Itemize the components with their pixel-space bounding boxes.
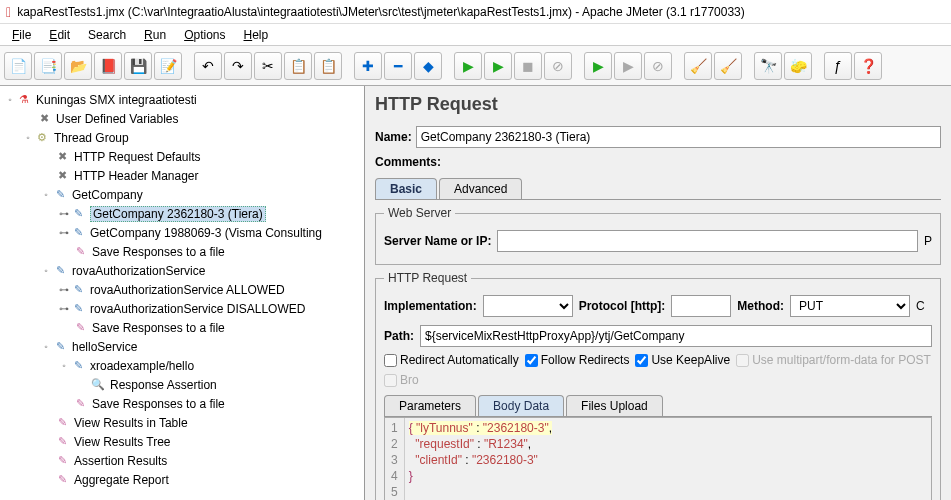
table-icon: ✎ <box>54 415 70 431</box>
gutter: 1 2 3 4 5 <box>385 418 405 500</box>
title-bar: 𓆃 kapaRestTests1.jmx (C:\var\Integraatio… <box>0 0 951 24</box>
templates-button[interactable]: 📑 <box>34 52 62 80</box>
pencil-icon: ✎ <box>70 225 86 241</box>
panel-heading: HTTP Request <box>375 94 941 115</box>
tree-aggregate-report[interactable]: ✎Aggregate Report <box>2 470 362 489</box>
tree-assertion-results[interactable]: ✎Assertion Results <box>2 451 362 470</box>
search-toolbar-button[interactable]: 🔭 <box>754 52 782 80</box>
expand-button[interactable]: ✚ <box>354 52 382 80</box>
pencil-icon: ✎ <box>70 358 86 374</box>
stop-button[interactable]: ◼ <box>514 52 542 80</box>
multipart-check[interactable]: Use multipart/form-data for POST <box>736 353 931 367</box>
clear-all-button[interactable]: 🧹 <box>714 52 742 80</box>
save-icon: ✎ <box>72 320 88 336</box>
tree-threadgroup[interactable]: ◦⚙Thread Group <box>2 128 362 147</box>
tree-response-assertion[interactable]: 🔍Response Assertion <box>2 375 362 394</box>
tree-rova[interactable]: ◦✎rovaAuthorizationService <box>2 261 362 280</box>
webserver-legend: Web Server <box>384 206 455 220</box>
tree-pane[interactable]: ◦⚗Kuningas SMX integraatiotesti ✖User De… <box>0 86 365 500</box>
content-area: ◦⚗Kuningas SMX integraatiotesti ✖User De… <box>0 86 951 500</box>
path-input[interactable] <box>420 325 932 347</box>
fn-helper-button[interactable]: ƒ <box>824 52 852 80</box>
gear-icon: ⚙ <box>34 130 50 146</box>
menu-search[interactable]: Search <box>82 26 132 44</box>
saveas-button[interactable]: 📝 <box>154 52 182 80</box>
body-editor[interactable]: 1 2 3 4 5 { "lyTunnus" : "2362180-3", "r… <box>384 417 932 500</box>
implementation-select[interactable] <box>483 295 573 317</box>
httprequest-group: HTTP Request Implementation: Protocol [h… <box>375 271 941 500</box>
remote-stop-button[interactable]: ▶ <box>614 52 642 80</box>
copy-button[interactable]: 📋 <box>284 52 312 80</box>
server-name-input[interactable] <box>497 230 918 252</box>
tab-filesupload[interactable]: Files Upload <box>566 395 663 416</box>
redo-button[interactable]: ↷ <box>224 52 252 80</box>
pencil-icon: ✎ <box>52 187 68 203</box>
flask-icon: ⚗ <box>16 92 32 108</box>
window-title: kapaRestTests1.jmx (C:\var\IntegraatioAl… <box>17 5 745 19</box>
browser-compat-check[interactable]: Bro <box>384 373 419 387</box>
tree-root[interactable]: ◦⚗Kuningas SMX integraatiotesti <box>2 90 362 109</box>
pencil-icon: ✎ <box>70 282 86 298</box>
paste-button[interactable]: 📋 <box>314 52 342 80</box>
protocol-input[interactable] <box>671 295 731 317</box>
tree-xroad-hello[interactable]: ◦✎xroadexample/hello <box>2 356 362 375</box>
new-button[interactable]: 📄 <box>4 52 32 80</box>
menu-options[interactable]: Options <box>178 26 231 44</box>
tab-basic[interactable]: Basic <box>375 178 437 199</box>
wrench-icon: ✖ <box>54 149 70 165</box>
menu-run[interactable]: Run <box>138 26 172 44</box>
tree-save-resp-3[interactable]: ✎Save Responses to a file <box>2 394 362 413</box>
tree-header-manager[interactable]: ✖HTTP Header Manager <box>2 166 362 185</box>
tree-getcompany[interactable]: ◦✎GetCompany <box>2 185 362 204</box>
jmeter-icon: 𓆃 <box>6 4 11 20</box>
pencil-icon: ✎ <box>70 301 86 317</box>
tree-view-results-table[interactable]: ✎View Results in Table <box>2 413 362 432</box>
close-button[interactable]: 📕 <box>94 52 122 80</box>
code-area[interactable]: { "lyTunnus" : "2362180-3", "requestId" … <box>405 418 556 500</box>
tree-getcompany-tiera[interactable]: ⊶✎GetCompany 2362180-3 (Tiera) <box>2 204 362 223</box>
name-input[interactable] <box>416 126 941 148</box>
toggle-button[interactable]: ◆ <box>414 52 442 80</box>
method-select[interactable]: PUT <box>790 295 910 317</box>
start-remote-button[interactable]: ▶ <box>484 52 512 80</box>
tree-rova-allowed[interactable]: ⊶✎rovaAuthorizationService ALLOWED <box>2 280 362 299</box>
tree-getcompany-visma[interactable]: ⊶✎GetCompany 1988069-3 (Visma Consulting <box>2 223 362 242</box>
cut-button[interactable]: ✂ <box>254 52 282 80</box>
keep-alive-check[interactable]: Use KeepAlive <box>635 353 730 367</box>
tab-parameters[interactable]: Parameters <box>384 395 476 416</box>
remote-shutdown-button[interactable]: ⊘ <box>644 52 672 80</box>
redirect-auto-check[interactable]: Redirect Automatically <box>384 353 519 367</box>
tab-bodydata[interactable]: Body Data <box>478 395 564 416</box>
right-pane: HTTP Request Name: Comments: Basic Advan… <box>365 86 951 500</box>
open-button[interactable]: 📂 <box>64 52 92 80</box>
start-button[interactable]: ▶ <box>454 52 482 80</box>
collapse-button[interactable]: ━ <box>384 52 412 80</box>
remote-start-button[interactable]: ▶ <box>584 52 612 80</box>
menu-help[interactable]: Help <box>238 26 275 44</box>
tree-rova-disallowed[interactable]: ⊶✎rovaAuthorizationService DISALLOWED <box>2 299 362 318</box>
toolbar: 📄 📑 📂 📕 💾 📝 ↶ ↷ ✂ 📋 📋 ✚ ━ ◆ ▶ ▶ ◼ ⊘ ▶ ▶ … <box>0 46 951 86</box>
save-button[interactable]: 💾 <box>124 52 152 80</box>
name-label: Name: <box>375 130 412 144</box>
menu-file[interactable]: File <box>6 26 37 44</box>
tree-icon: ✎ <box>54 434 70 450</box>
reset-search-button[interactable]: 🧽 <box>784 52 812 80</box>
port-label-cut: P <box>924 234 932 248</box>
clear-button[interactable]: 🧹 <box>684 52 712 80</box>
tree-hello[interactable]: ◦✎helloService <box>2 337 362 356</box>
tree-save-resp-2[interactable]: ✎Save Responses to a file <box>2 318 362 337</box>
tree-view-results-tree[interactable]: ✎View Results Tree <box>2 432 362 451</box>
wrench-icon: ✖ <box>54 168 70 184</box>
tree-http-defaults[interactable]: ✖HTTP Request Defaults <box>2 147 362 166</box>
tree-udv[interactable]: ✖User Defined Variables <box>2 109 362 128</box>
help-doc-button[interactable]: ❓ <box>854 52 882 80</box>
tab-advanced[interactable]: Advanced <box>439 178 522 199</box>
comments-label: Comments: <box>375 155 441 169</box>
shutdown-button[interactable]: ⊘ <box>544 52 572 80</box>
tree-save-resp-1[interactable]: ✎Save Responses to a file <box>2 242 362 261</box>
menu-edit[interactable]: Edit <box>43 26 76 44</box>
follow-redirects-check[interactable]: Follow Redirects <box>525 353 630 367</box>
pencil-icon: ✎ <box>52 263 68 279</box>
undo-button[interactable]: ↶ <box>194 52 222 80</box>
assertion-icon: ✎ <box>54 453 70 469</box>
